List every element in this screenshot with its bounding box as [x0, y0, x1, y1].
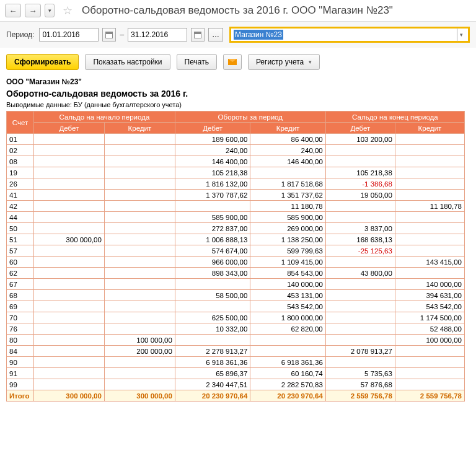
table-cell: 1 006 888,13 — [175, 234, 250, 245]
table-cell: 394 631,00 — [395, 290, 464, 301]
table-cell — [325, 357, 395, 368]
table-cell: 854 543,00 — [250, 268, 325, 279]
report-organization: ООО "Магазин №23" — [6, 77, 470, 86]
table-cell: 453 131,00 — [250, 290, 325, 301]
table-cell — [104, 279, 175, 290]
table-cell — [104, 234, 175, 245]
table-row[interactable]: 4211 180,7811 180,78 — [7, 201, 465, 212]
table-cell: 08 — [7, 156, 34, 167]
table-row[interactable]: 60966 000,001 109 415,00143 415,00 — [7, 257, 465, 268]
table-cell — [34, 223, 105, 234]
table-cell: 543 542,00 — [395, 301, 464, 312]
table-cell — [395, 145, 464, 156]
table-cell: 2 340 447,51 — [175, 379, 250, 390]
table-cell — [325, 145, 395, 156]
table-row[interactable]: 84200 000,002 278 913,272 078 913,27 — [7, 346, 465, 357]
table-row[interactable]: 50272 837,00269 000,003 837,00 — [7, 223, 465, 234]
table-cell: 58 500,00 — [175, 290, 250, 301]
nav-dropdown-button[interactable]: ▾ — [45, 4, 55, 17]
table-row[interactable]: 992 340 447,512 282 570,8357 876,68 — [7, 379, 465, 390]
table-cell: 240,00 — [250, 145, 325, 156]
table-row[interactable]: 62898 343,00854 543,0043 800,00 — [7, 268, 465, 279]
table-row[interactable]: 69543 542,00543 542,00 — [7, 301, 465, 312]
table-cell: 5 735,63 — [325, 368, 395, 379]
form-report-button[interactable]: Сформировать — [6, 54, 79, 70]
table-row[interactable]: 7610 332,0062 820,0052 488,00 — [7, 323, 465, 335]
table-row[interactable]: 08146 400,00146 400,00 — [7, 156, 465, 167]
table-row[interactable]: 80100 000,00100 000,00 — [7, 335, 465, 346]
table-cell — [104, 357, 175, 368]
table-cell — [34, 290, 105, 301]
table-row[interactable]: 411 370 787,621 351 737,6219 050,00 — [7, 190, 465, 201]
col-group-opening: Сальдо на начало периода — [34, 112, 175, 123]
period-to-calendar-button[interactable] — [191, 28, 205, 42]
table-row[interactable]: 02240,00240,00 — [7, 145, 465, 156]
table-cell: 2 278 913,27 — [175, 346, 250, 357]
print-button[interactable]: Печать — [177, 54, 217, 70]
table-cell: 68 — [7, 290, 34, 301]
table-row[interactable]: 261 816 132,001 817 518,68-1 386,68 — [7, 178, 465, 190]
email-button[interactable] — [223, 54, 242, 70]
table-cell — [250, 335, 325, 346]
table-cell — [104, 223, 175, 234]
table-cell: 1 351 737,62 — [250, 190, 325, 201]
table-cell — [34, 357, 105, 368]
table-cell: 69 — [7, 301, 34, 312]
table-cell — [34, 301, 105, 312]
period-from-input[interactable] — [39, 28, 99, 42]
table-cell: 585 900,00 — [250, 212, 325, 223]
favorite-star-icon[interactable]: ☆ — [61, 4, 74, 17]
table-cell — [34, 156, 105, 167]
table-cell — [34, 379, 105, 390]
period-picker-button[interactable]: … — [208, 28, 223, 42]
table-row[interactable]: 51300 000,001 006 888,131 138 250,00168 … — [7, 234, 465, 245]
table-cell: 146 400,00 — [175, 156, 250, 167]
table-row-total: Итого300 000,00300 000,0020 230 970,6420… — [7, 390, 465, 402]
table-row[interactable]: 67140 000,00140 000,00 — [7, 279, 465, 290]
table-row[interactable]: 19105 218,38105 218,38 — [7, 167, 465, 178]
organization-field[interactable]: Магазин №23 ▾ — [229, 27, 470, 43]
table-cell — [34, 201, 105, 212]
table-row[interactable]: 70625 500,001 800 000,001 174 500,00 — [7, 312, 465, 323]
table-cell: 168 638,13 — [325, 234, 395, 245]
titlebar: ← → ▾ ☆ Оборотно-сальдовая ведомость за … — [0, 0, 476, 22]
table-cell — [104, 268, 175, 279]
table-cell: 1 370 787,62 — [175, 190, 250, 201]
table-row[interactable]: 01189 600,0086 400,00103 200,00 — [7, 134, 465, 145]
period-from-calendar-button[interactable] — [102, 28, 116, 42]
table-cell: -1 386,68 — [325, 178, 395, 190]
table-row[interactable]: 44585 900,00585 900,00 — [7, 212, 465, 223]
nav-forward-button[interactable]: → — [25, 4, 41, 17]
table-cell: 42 — [7, 201, 34, 212]
table-row[interactable]: 9165 896,3760 160,745 735,63 — [7, 368, 465, 379]
table-cell — [325, 301, 395, 312]
table-cell — [325, 335, 395, 346]
organization-dropdown-icon[interactable]: ▾ — [457, 28, 465, 42]
period-dash: – — [120, 30, 124, 39]
show-settings-button[interactable]: Показать настройки — [85, 54, 170, 70]
table-cell: 300 000,00 — [34, 234, 105, 245]
table-cell: 26 — [7, 178, 34, 190]
table-cell — [34, 368, 105, 379]
col-group-turnover: Обороты за период — [175, 112, 325, 123]
table-cell: 240,00 — [175, 145, 250, 156]
period-to-input[interactable] — [128, 28, 187, 42]
table-cell — [104, 212, 175, 223]
table-cell — [395, 268, 464, 279]
table-row[interactable]: 57574 674,00599 799,63-25 125,63 — [7, 245, 465, 257]
table-cell: 543 542,00 — [250, 301, 325, 312]
table-cell — [34, 257, 105, 268]
table-cell: 50 — [7, 223, 34, 234]
table-cell: 300 000,00 — [104, 390, 175, 402]
table-cell: 143 415,00 — [395, 257, 464, 268]
register-button[interactable]: Регистр учета ▾ — [248, 54, 320, 70]
table-cell: 70 — [7, 312, 34, 323]
table-row[interactable]: 906 918 361,366 918 361,36 — [7, 357, 465, 368]
table-cell — [104, 323, 175, 335]
table-cell: 62 820,00 — [250, 323, 325, 335]
table-cell — [395, 223, 464, 234]
table-cell — [34, 134, 105, 145]
table-row[interactable]: 6858 500,00453 131,00394 631,00 — [7, 290, 465, 301]
nav-back-button[interactable]: ← — [5, 4, 21, 17]
table-cell: 585 900,00 — [175, 212, 250, 223]
